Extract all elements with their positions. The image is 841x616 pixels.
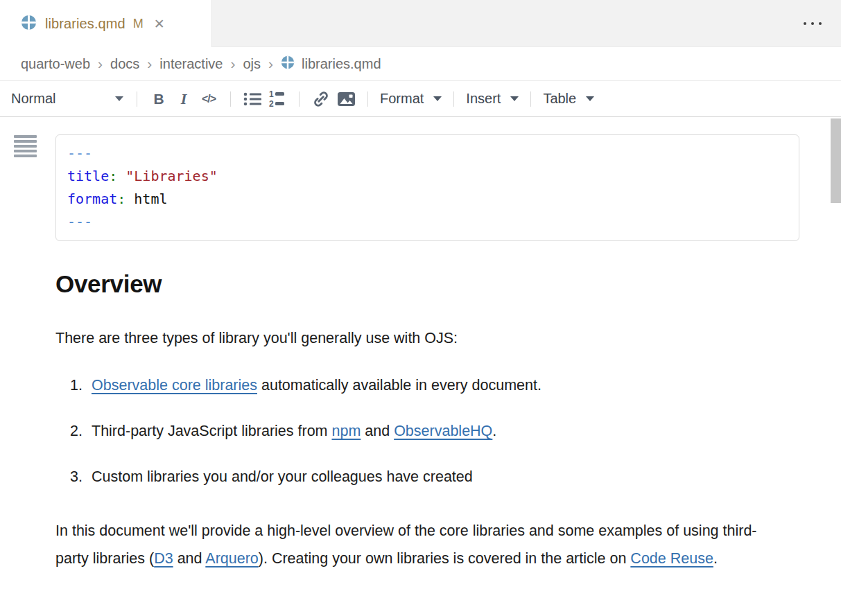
link-npm[interactable]: npm bbox=[331, 423, 361, 439]
toolbar-divider bbox=[137, 91, 137, 107]
insert-menu[interactable]: Insert bbox=[463, 91, 521, 107]
link-d3[interactable]: D3 bbox=[154, 550, 173, 567]
more-actions-button[interactable] bbox=[804, 0, 822, 47]
svg-text:2: 2 bbox=[269, 99, 274, 108]
chevron-right-icon: › bbox=[147, 55, 152, 72]
format-menu[interactable]: Format bbox=[377, 91, 444, 107]
yaml-front-matter-block[interactable]: --- title:"Libraries" format:html --- bbox=[55, 134, 799, 241]
tab-title: libraries.qmd bbox=[45, 16, 125, 32]
bullet-list-icon bbox=[243, 91, 262, 107]
breadcrumb-item-quarto-web[interactable]: quarto-web bbox=[21, 56, 90, 72]
breadcrumb-item-docs[interactable]: docs bbox=[110, 56, 139, 72]
toolbar-divider bbox=[367, 91, 368, 107]
outro-paragraph: In this document we'll provide a high-le… bbox=[55, 517, 759, 572]
chevron-right-icon: › bbox=[268, 55, 273, 72]
link-icon bbox=[312, 90, 330, 108]
chevron-right-icon: › bbox=[98, 55, 103, 72]
breadcrumb-item-ojs[interactable]: ojs bbox=[243, 56, 261, 72]
ordered-list-button[interactable]: 1 2 bbox=[265, 86, 290, 112]
list-item: 2. Third-party JavaScript libraries from… bbox=[55, 422, 841, 440]
link-code-reuse[interactable]: Code Reuse bbox=[630, 550, 713, 567]
document-editor[interactable]: --- title:"Libraries" format:html --- Ov… bbox=[0, 117, 841, 572]
image-icon bbox=[337, 91, 356, 107]
insert-link-button[interactable] bbox=[309, 86, 333, 112]
formatting-toolbar: Normal B I </> 1 2 bbox=[0, 81, 841, 117]
toolbar-divider bbox=[230, 91, 231, 107]
ellipsis-icon bbox=[804, 22, 806, 25]
link-observablehq[interactable]: ObservableHQ bbox=[394, 423, 492, 439]
toolbar-divider bbox=[530, 91, 531, 107]
tab-bar: libraries.qmd M ✕ bbox=[0, 0, 841, 47]
modified-badge: M bbox=[133, 17, 144, 31]
chevron-down-icon bbox=[510, 96, 519, 101]
link-observable-core-libraries[interactable]: Observable core libraries bbox=[92, 377, 257, 394]
toolbar-divider bbox=[299, 91, 300, 107]
tab-libraries-qmd[interactable]: libraries.qmd M ✕ bbox=[0, 0, 212, 47]
intro-paragraph: There are three types of library you'll … bbox=[55, 329, 841, 347]
ordered-list-icon: 1 2 bbox=[268, 90, 287, 108]
vertical-scrollbar-thumb[interactable] bbox=[831, 118, 841, 203]
list-item: 3. Custom libraries you and/or your coll… bbox=[55, 468, 841, 486]
chevron-down-icon bbox=[433, 96, 442, 101]
editor-window: libraries.qmd M ✕ quarto-web › docs › in… bbox=[0, 0, 841, 616]
quarto-file-icon bbox=[281, 55, 295, 73]
chevron-down-icon bbox=[586, 96, 594, 101]
yaml-delimiter: --- bbox=[67, 142, 788, 165]
block-drag-handle[interactable] bbox=[14, 135, 37, 157]
close-icon[interactable]: ✕ bbox=[154, 17, 165, 30]
yaml-delimiter: --- bbox=[67, 211, 788, 234]
paragraph-style-select[interactable]: Normal bbox=[11, 91, 128, 107]
italic-button[interactable]: I bbox=[171, 86, 196, 112]
section-heading: Overview bbox=[55, 270, 841, 298]
link-arquero[interactable]: Arquero bbox=[205, 550, 259, 567]
bullet-list-button[interactable] bbox=[240, 86, 265, 112]
chevron-down-icon bbox=[115, 96, 123, 101]
quarto-file-icon bbox=[21, 15, 37, 33]
breadcrumb-item-interactive[interactable]: interactive bbox=[159, 56, 223, 72]
list-item: 1. Observable core libraries automatical… bbox=[55, 376, 841, 394]
yaml-title-line: title:"Libraries" bbox=[67, 165, 788, 188]
yaml-format-line: format:html bbox=[67, 188, 788, 211]
insert-image-button[interactable] bbox=[333, 86, 358, 112]
chevron-right-icon: › bbox=[230, 55, 235, 72]
breadcrumb: quarto-web › docs › interactive › ojs › … bbox=[0, 47, 841, 81]
numbered-list: 1. Observable core libraries automatical… bbox=[55, 376, 841, 486]
paragraph-style-value: Normal bbox=[11, 91, 55, 107]
table-menu[interactable]: Table bbox=[540, 91, 597, 107]
bold-button[interactable]: B bbox=[146, 86, 171, 112]
inline-code-button[interactable]: </> bbox=[196, 86, 221, 112]
breadcrumb-item-file[interactable]: libraries.qmd bbox=[281, 55, 381, 73]
breadcrumb-filename: libraries.qmd bbox=[302, 56, 381, 72]
toolbar-divider bbox=[453, 91, 454, 107]
svg-text:1: 1 bbox=[269, 90, 274, 99]
